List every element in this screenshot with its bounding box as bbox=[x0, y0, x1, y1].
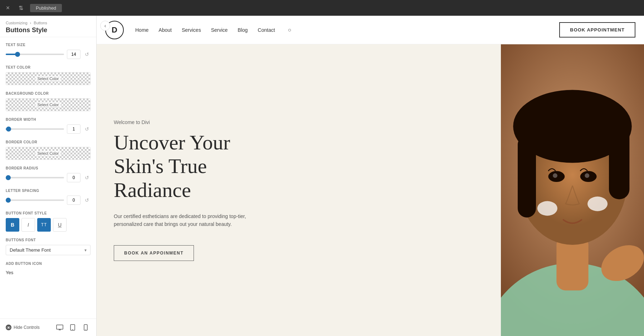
panel-bottom: Hide Controls bbox=[0, 318, 96, 336]
hero-portrait-svg bbox=[501, 44, 644, 336]
hero-left: Welcome to Divi Uncover Your Skin's True… bbox=[97, 44, 501, 336]
border-width-input[interactable] bbox=[67, 127, 80, 132]
mobile-icon[interactable] bbox=[80, 322, 91, 332]
svg-rect-12 bbox=[609, 127, 629, 199]
border-radius-input[interactable] bbox=[67, 175, 80, 180]
text-color-swatch[interactable]: Select Color bbox=[6, 72, 91, 85]
text-size-input[interactable] bbox=[67, 52, 80, 57]
text-color-label: TEXT COLOR bbox=[6, 65, 91, 69]
top-bar: × ⇅ Published bbox=[0, 0, 644, 16]
swap-button[interactable]: ⇅ bbox=[16, 3, 26, 13]
svg-point-18 bbox=[587, 197, 608, 211]
bg-color-control: BACKGROUND COLOR Select Color bbox=[6, 92, 91, 111]
letter-spacing-value[interactable] bbox=[67, 196, 80, 205]
site-nav: Home About Services Service Blog Contact… bbox=[135, 27, 559, 33]
hero-welcome: Welcome to Divi bbox=[114, 119, 484, 125]
site-header: D Home About Services Service Blog Conta… bbox=[97, 16, 644, 44]
border-width-slider-row: ↺ bbox=[6, 124, 91, 134]
add-icon-value: Yes bbox=[6, 268, 91, 277]
bold-button[interactable]: B bbox=[6, 218, 19, 232]
panel-content: TEXT SIZE ↺ TEXT COLOR Select bbox=[0, 37, 96, 318]
text-size-value[interactable] bbox=[67, 50, 80, 59]
nav-contact[interactable]: Contact bbox=[258, 27, 275, 33]
underline-button[interactable]: U bbox=[53, 218, 67, 232]
border-color-swatch[interactable]: Select Color bbox=[6, 147, 91, 160]
italic-button[interactable]: I bbox=[21, 218, 35, 232]
add-icon-control: ADD BUTTON ICON Yes bbox=[6, 262, 91, 277]
letter-spacing-reset[interactable]: ↺ bbox=[83, 197, 91, 204]
search-icon[interactable]: ○ bbox=[288, 27, 292, 33]
breadcrumb: Customizing › Buttons bbox=[6, 21, 91, 25]
bg-color-placeholder: Select Color bbox=[35, 102, 61, 107]
svg-point-16 bbox=[585, 173, 589, 178]
bg-color-label: BACKGROUND COLOR bbox=[6, 92, 91, 95]
eye-icon bbox=[6, 325, 11, 330]
border-radius-label: BORDER RADIUS bbox=[6, 166, 91, 170]
border-width-control: BORDER WIDTH ↺ bbox=[6, 118, 91, 134]
border-color-placeholder: Select Color bbox=[35, 151, 61, 156]
text-size-reset[interactable]: ↺ bbox=[83, 51, 91, 58]
border-width-reset[interactable]: ↺ bbox=[83, 125, 91, 133]
book-appointment-button[interactable]: BOOK APPOINTMENT bbox=[559, 22, 635, 38]
border-width-slider[interactable] bbox=[6, 128, 64, 130]
border-radius-slider-row: ↺ bbox=[6, 173, 91, 182]
nav-services[interactable]: Services bbox=[182, 27, 201, 33]
svg-point-15 bbox=[553, 173, 557, 178]
letter-spacing-slider[interactable] bbox=[6, 199, 64, 201]
buttons-font-control: BUTTONS FONT Default Theme Font ▾ bbox=[6, 238, 91, 255]
border-radius-control: BORDER RADIUS ↺ bbox=[6, 166, 91, 182]
breadcrumb-buttons-link[interactable]: Buttons bbox=[34, 21, 47, 25]
tt-button[interactable]: TT bbox=[37, 218, 51, 232]
device-icons bbox=[55, 322, 91, 332]
letter-spacing-control: LETTER SPACING ↺ bbox=[6, 189, 91, 205]
buttons-font-value: Default Theme Font bbox=[10, 247, 51, 253]
text-size-control: TEXT SIZE ↺ bbox=[6, 43, 91, 59]
left-panel: Customizing › Buttons Buttons Style ‹ TE… bbox=[0, 16, 97, 336]
hero-cta-button[interactable]: BOOK AN APPOINMENT bbox=[114, 245, 194, 261]
hide-controls-button[interactable]: Hide Controls bbox=[6, 325, 40, 330]
nav-service[interactable]: Service bbox=[211, 27, 228, 33]
svg-point-0 bbox=[8, 327, 9, 328]
nav-about[interactable]: About bbox=[158, 27, 172, 33]
nav-blog[interactable]: Blog bbox=[238, 27, 248, 33]
main-layout: Customizing › Buttons Buttons Style ‹ TE… bbox=[0, 16, 644, 336]
preview-area: D Home About Services Service Blog Conta… bbox=[97, 16, 644, 336]
panel-title: Buttons Style bbox=[6, 26, 91, 34]
letter-spacing-slider-row: ↺ bbox=[6, 196, 91, 205]
svg-rect-11 bbox=[518, 135, 536, 218]
text-size-slider[interactable] bbox=[6, 54, 64, 55]
border-width-value[interactable] bbox=[67, 124, 80, 134]
border-width-label: BORDER WIDTH bbox=[6, 118, 91, 122]
chevron-down-icon: ▾ bbox=[84, 248, 87, 253]
hero-title-line2: Skin's True bbox=[114, 154, 207, 178]
border-color-label: BORDER COLOR bbox=[6, 140, 91, 144]
nav-home[interactable]: Home bbox=[135, 27, 148, 33]
hero-title: Uncover Your Skin's True Radiance bbox=[114, 131, 484, 202]
close-button[interactable]: × bbox=[3, 3, 13, 13]
letter-spacing-input[interactable] bbox=[67, 198, 80, 203]
border-radius-value[interactable] bbox=[67, 173, 80, 182]
desktop-icon[interactable] bbox=[55, 322, 65, 332]
hero-title-line3: Radiance bbox=[114, 178, 191, 202]
font-style-row: B I TT U bbox=[6, 218, 91, 232]
border-color-control: BORDER COLOR Select Color bbox=[6, 140, 91, 160]
hide-controls-label: Hide Controls bbox=[14, 325, 40, 330]
hero-desc: Our certified estheticians are dedicated… bbox=[114, 212, 250, 228]
tablet-icon[interactable] bbox=[68, 322, 78, 332]
svg-point-3 bbox=[72, 329, 73, 330]
text-size-slider-row: ↺ bbox=[6, 50, 91, 59]
border-radius-slider[interactable] bbox=[6, 177, 64, 178]
hero-title-line1: Uncover Your bbox=[114, 131, 230, 154]
add-icon-label: ADD BUTTON ICON bbox=[6, 262, 91, 266]
hero-image-container bbox=[501, 44, 644, 336]
bg-color-swatch[interactable]: Select Color bbox=[6, 98, 91, 111]
hero-section: Welcome to Divi Uncover Your Skin's True… bbox=[97, 44, 644, 336]
buttons-font-select[interactable]: Default Theme Font ▾ bbox=[6, 245, 91, 255]
border-radius-reset[interactable]: ↺ bbox=[83, 174, 91, 181]
font-style-control: BUTTON FONT STYLE B I TT U bbox=[6, 211, 91, 232]
text-color-placeholder: Select Color bbox=[35, 76, 61, 81]
svg-point-17 bbox=[537, 201, 557, 216]
panel-header: Customizing › Buttons Buttons Style bbox=[0, 16, 96, 37]
published-button[interactable]: Published bbox=[30, 4, 62, 12]
text-color-control: TEXT COLOR Select Color bbox=[6, 65, 91, 85]
